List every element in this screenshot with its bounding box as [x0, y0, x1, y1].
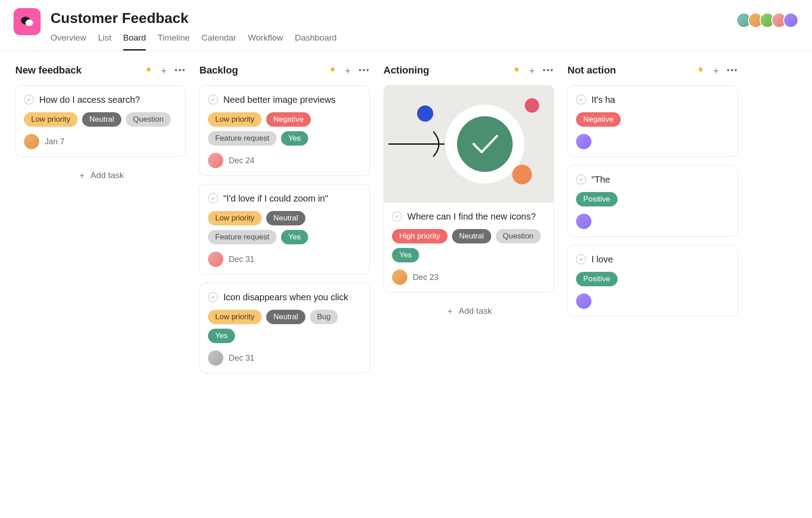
svg-point-3 — [457, 116, 512, 172]
column-title: Actioning — [383, 64, 513, 76]
card-title: It's ha — [591, 94, 615, 106]
tag[interactable]: Yes — [392, 248, 419, 262]
bolt-icon[interactable] — [145, 65, 153, 75]
tag[interactable]: Feature request — [208, 230, 277, 244]
complete-toggle[interactable] — [392, 211, 402, 221]
tag[interactable]: Yes — [281, 230, 308, 244]
column-more-button[interactable]: ••• — [727, 66, 738, 74]
due-date: Jan 7 — [45, 137, 65, 147]
due-date: Dec 23 — [413, 273, 438, 282]
add-card-button[interactable]: ＋ — [159, 66, 168, 75]
tag[interactable]: Neutral — [266, 211, 305, 225]
board-column: Not action＋•••It's haNegative"ThePositiv… — [567, 64, 738, 325]
column-more-button[interactable]: ••• — [175, 66, 186, 74]
assignee-avatar[interactable] — [208, 350, 223, 366]
tab-workflow[interactable]: Workflow — [248, 29, 283, 50]
plus-icon: ＋ — [78, 170, 86, 181]
board: New feedback＋•••How do I access search?L… — [0, 51, 812, 395]
assignee-avatar[interactable] — [576, 134, 591, 149]
card-title: Need better image previews — [223, 94, 336, 106]
task-card[interactable]: It's haNegative — [567, 85, 738, 157]
tag[interactable]: Neutral — [82, 112, 121, 127]
complete-toggle[interactable] — [576, 174, 586, 184]
card-title: "The — [591, 174, 610, 186]
task-card[interactable]: Need better image previewsLow priorityNe… — [199, 85, 370, 176]
tag[interactable]: Yes — [281, 131, 308, 146]
project-header: Customer Feedback OverviewListBoardTimel… — [0, 0, 812, 51]
task-card[interactable]: "I'd love if I could zoom in"Low priorit… — [199, 184, 370, 275]
svg-point-1 — [26, 19, 33, 26]
assignee-avatar[interactable] — [392, 270, 407, 285]
member-avatar[interactable] — [783, 13, 798, 28]
tab-list[interactable]: List — [98, 29, 111, 50]
bolt-icon[interactable] — [329, 65, 337, 75]
task-card[interactable]: I lovePositive — [567, 245, 738, 316]
tag[interactable]: Low priority — [208, 112, 262, 127]
task-card[interactable]: Icon disappears when you clickLow priori… — [199, 283, 370, 373]
card-cover — [383, 85, 554, 202]
card-title: I love — [591, 253, 613, 266]
svg-point-5 — [525, 98, 539, 113]
tab-board[interactable]: Board — [123, 29, 146, 50]
due-date: Dec 31 — [229, 353, 254, 363]
tag[interactable]: Question — [126, 112, 171, 127]
assignee-avatar[interactable] — [576, 293, 591, 309]
board-column: New feedback＋•••How do I access search?L… — [15, 64, 186, 186]
assignee-avatar[interactable] — [24, 134, 39, 149]
column-more-button[interactable]: ••• — [543, 66, 554, 74]
tab-calendar[interactable]: Calendar — [202, 29, 236, 50]
tab-timeline[interactable]: Timeline — [157, 29, 189, 50]
complete-toggle[interactable] — [208, 95, 218, 105]
tag[interactable]: Negative — [576, 112, 621, 127]
complete-toggle[interactable] — [208, 292, 218, 302]
tab-overview[interactable]: Overview — [51, 29, 86, 50]
add-card-button[interactable]: ＋ — [711, 66, 720, 75]
tag[interactable]: Low priority — [24, 112, 78, 127]
tag[interactable]: Negative — [266, 112, 311, 127]
tag[interactable]: Neutral — [266, 310, 305, 324]
board-column: Backlog＋•••Need better image previewsLow… — [199, 64, 370, 381]
column-more-button[interactable]: ••• — [359, 66, 370, 74]
tag[interactable]: Question — [496, 229, 541, 243]
bolt-icon[interactable] — [697, 65, 705, 75]
complete-toggle[interactable] — [208, 193, 218, 203]
assignee-avatar[interactable] — [576, 214, 591, 229]
assignee-avatar[interactable] — [208, 252, 223, 267]
complete-toggle[interactable] — [24, 95, 34, 105]
card-title: Where can I find the new icons? — [407, 211, 536, 223]
bolt-icon[interactable] — [513, 65, 521, 75]
card-title: "I'd love if I could zoom in" — [223, 193, 328, 205]
add-card-button[interactable]: ＋ — [527, 66, 536, 75]
svg-point-4 — [417, 105, 434, 122]
column-title: Backlog — [199, 64, 329, 76]
tag[interactable]: Neutral — [452, 229, 491, 243]
tab-dashboard[interactable]: Dashboard — [295, 29, 337, 50]
add-card-button[interactable]: ＋ — [343, 66, 352, 75]
svg-point-6 — [512, 165, 532, 184]
complete-toggle[interactable] — [576, 95, 586, 105]
column-title: Not action — [567, 64, 697, 76]
complete-toggle[interactable] — [576, 254, 586, 264]
tag[interactable]: Yes — [208, 329, 235, 343]
add-task-button[interactable]: ＋Add task — [15, 165, 186, 186]
due-date: Dec 24 — [229, 156, 254, 165]
add-task-button[interactable]: ＋Add task — [383, 301, 554, 321]
tag[interactable]: High priority — [392, 229, 448, 243]
task-card[interactable]: "ThePositive — [567, 165, 738, 237]
tag[interactable]: Positive — [576, 192, 618, 206]
column-title: New feedback — [15, 64, 145, 76]
tag[interactable]: Low priority — [208, 211, 262, 225]
task-card[interactable]: Where can I find the new icons?High prio… — [383, 202, 554, 293]
tag[interactable]: Low priority — [208, 310, 262, 324]
project-icon — [14, 8, 41, 35]
project-tabs: OverviewListBoardTimelineCalendarWorkflo… — [51, 29, 798, 50]
tag[interactable]: Positive — [576, 272, 618, 286]
card-title: Icon disappears when you click — [223, 291, 348, 303]
tag[interactable]: Bug — [310, 310, 338, 324]
card-title: How do I access search? — [39, 94, 140, 106]
due-date: Dec 31 — [229, 255, 254, 264]
assignee-avatar[interactable] — [208, 153, 223, 168]
tag[interactable]: Feature request — [208, 131, 277, 146]
project-members[interactable] — [740, 13, 798, 28]
task-card[interactable]: How do I access search?Low priorityNeutr… — [15, 85, 186, 157]
